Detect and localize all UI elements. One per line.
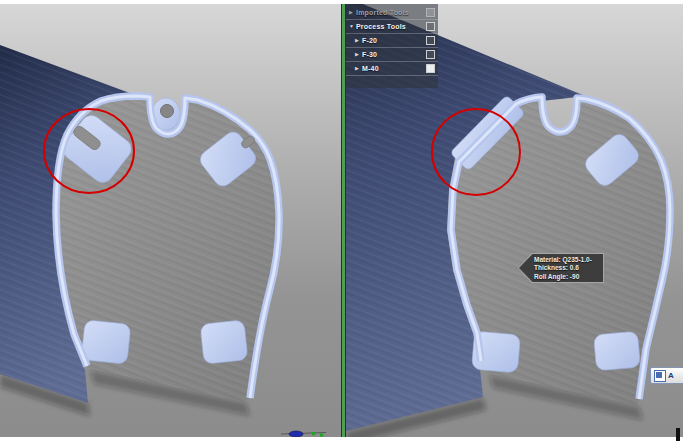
partial-button-label: A [668,371,674,380]
tree-item-f-20[interactable]: ▶F-20 [346,34,438,48]
tab-bottom-right [200,320,248,364]
tooltip-line: Thickness: 0.6 [534,264,592,272]
tree-item-label: Imported Tools [356,9,409,16]
tooltip-line: Material: Q235-1.0- [534,256,592,264]
tree-item-f-30[interactable]: ▶F-30 [346,48,438,62]
collapse-triangle-icon[interactable]: ▼ [349,24,356,29]
viewport-3d: ▶Imported Tools▼Process Tools▶F-20▶F-30▶… [0,4,683,437]
tool-visibility-checkbox[interactable] [426,64,435,73]
expand-triangle-icon[interactable]: ▶ [355,66,362,71]
tree-item-m-40[interactable]: ▶M-40 [346,62,438,76]
tool-visibility-checkbox[interactable] [426,50,435,59]
viewport-panel-right[interactable]: ▶Imported Tools▼Process Tools▶F-20▶F-30▶… [346,4,683,437]
tab-bottom-left [81,320,131,365]
tree-item-label: F-20 [362,37,377,44]
tree-item-label: F-30 [362,51,377,58]
tree-item-imported-tools[interactable]: ▶Imported Tools [346,6,438,20]
tool-tree-panel: ▶Imported Tools▼Process Tools▶F-20▶F-30▶… [346,4,438,88]
axis-triad-icon [281,431,326,437]
thumbnail-icon [654,370,666,382]
tab-bottom-right [594,331,641,371]
material-tooltip: Material: Q235-1.0-Thickness: 0.6Roll An… [518,253,604,283]
notch-hole [161,105,174,118]
viewport-panel-left[interactable] [0,4,341,437]
tree-item-label: M-40 [362,65,379,72]
tooltip-line: Roll Angle: -90 [534,273,592,281]
application-window: ▶Imported Tools▼Process Tools▶F-20▶F-30▶… [0,0,683,447]
tool-visibility-checkbox[interactable] [426,36,435,45]
expand-triangle-icon[interactable]: ▶ [355,52,362,57]
tree-item-process-tools[interactable]: ▼Process Tools [346,20,438,34]
scene-left [0,4,341,437]
partial-button[interactable]: A [650,367,683,384]
expand-triangle-icon[interactable]: ▶ [349,10,356,15]
expand-triangle-icon[interactable]: ▶ [355,38,362,43]
screen-edge-artifact [676,428,680,441]
tree-item-label: Process Tools [356,23,406,30]
material-tooltip-text: Material: Q235-1.0-Thickness: 0.6Roll An… [534,256,592,281]
tool-visibility-checkbox[interactable] [426,22,435,31]
tool-visibility-checkbox[interactable] [426,8,435,17]
